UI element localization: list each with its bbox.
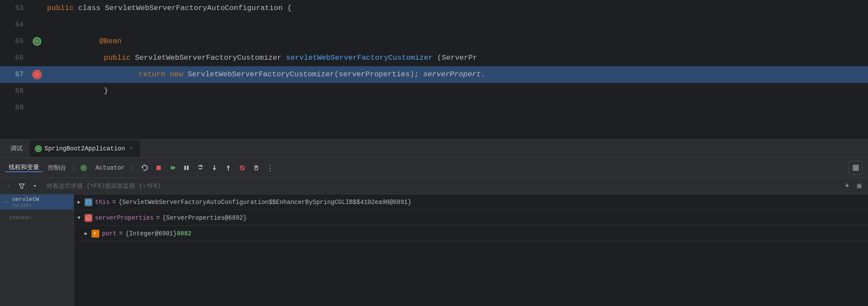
var-icon-port: f	[92, 230, 99, 238]
line-number-69: 69	[0, 104, 31, 112]
frame-label-1: servletW CGLIB$s	[12, 196, 39, 208]
debug-content: ↩ servletW CGLIB$s invoke:-	[0, 194, 868, 306]
filter-btn[interactable]	[17, 181, 27, 191]
frame-label-2: invoke:-	[9, 214, 36, 221]
svg-rect-26	[856, 168, 858, 170]
line-number-63: 63	[0, 4, 31, 12]
svg-rect-8	[187, 166, 189, 170]
line-content-66: public ServletWebServerFactoryCustomizer…	[44, 50, 868, 66]
code-line-68: 68 }	[0, 83, 868, 99]
filter-dropdown-btn[interactable]	[30, 181, 40, 191]
more-options-button[interactable]: ⋮	[264, 161, 277, 174]
variables-list: ▶ this = {ServletWebServerFactoryAutoCon…	[74, 194, 868, 306]
var-icon-serverprops: p	[85, 214, 92, 222]
code-line-64: 64	[0, 17, 868, 33]
svg-marker-12	[213, 168, 216, 170]
step-into-button[interactable]	[208, 161, 221, 174]
collapse-all-btn[interactable]: ·	[3, 181, 14, 191]
panel-resize-btn[interactable]	[849, 161, 863, 175]
tab-debug[interactable]: 调试	[5, 140, 28, 157]
stop-button[interactable]	[152, 161, 165, 174]
svg-marker-14	[227, 165, 230, 167]
var-value-this: {ServletWebServerFactoryAutoConfiguratio…	[119, 199, 411, 206]
toolbar-console[interactable]: 控制台	[44, 164, 70, 172]
tab-app-label: SpringBoot2Application	[44, 145, 125, 152]
line-number-67: 67	[0, 71, 31, 78]
settings-btn[interactable]	[854, 181, 865, 191]
toolbar-views: 线程和变量 控制台 Actuator	[5, 161, 134, 174]
springboot-app-icon	[35, 145, 42, 152]
code-editor: 63 public class ServletWebServerFactoryA…	[0, 0, 868, 139]
var-expand-this[interactable]: ▶	[78, 199, 85, 205]
eval-hint: 对表达式求值 (⌥F8)或添加监视 (⇧⌥F8)	[43, 182, 839, 190]
clear-button[interactable]	[250, 161, 263, 174]
debug-toolbar: 线程和变量 控制台 Actuator	[0, 158, 868, 178]
resume-button[interactable]	[166, 161, 179, 174]
var-icon-this	[85, 198, 92, 206]
line-content-63: public class ServletWebServerFactoryAuto…	[44, 0, 868, 17]
svg-rect-4	[156, 166, 161, 170]
svg-rect-23	[853, 165, 855, 167]
svg-point-3	[82, 167, 85, 169]
mute-breakpoints-button[interactable]	[236, 161, 249, 174]
var-name-serverprops: serverProperties	[95, 214, 153, 221]
svg-point-1	[37, 147, 40, 150]
var-row-port[interactable]: ▶ f port = {Integer@6901} 8082	[74, 226, 868, 241]
variables-panel: ▶ this = {ServletWebServerFactoryAutoCon…	[74, 194, 868, 306]
var-name-this: this	[95, 199, 110, 206]
code-line-66: 66 public ServletWebServerFactoryCustomi…	[0, 50, 868, 66]
code-line-69: 69	[0, 99, 868, 116]
frame-item-1[interactable]: ↩ servletW CGLIB$s	[0, 194, 74, 210]
actuator-group: Actuator	[77, 161, 128, 174]
svg-point-0	[35, 73, 39, 76]
svg-rect-25	[853, 168, 855, 170]
svg-marker-27	[19, 184, 24, 188]
rerun-button[interactable]	[138, 161, 151, 174]
svg-text:p: p	[87, 217, 89, 220]
frame-sublabel-1: CGLIB$s	[12, 203, 39, 208]
code-line-67: 67 return new ServletWebServerFactoryCus…	[0, 66, 868, 83]
breakpoint-arrow-icon	[33, 37, 41, 46]
line-number-65: 65	[0, 37, 31, 45]
var-value-port-num: 8082	[177, 230, 192, 237]
line-content-67: return new ServletWebServerFactoryCustom…	[44, 66, 868, 83]
breakpoint-red-icon	[32, 70, 42, 79]
svg-marker-28	[34, 185, 36, 187]
var-value-serverprops: {ServerProperties@6892}	[163, 214, 247, 221]
var-row-this[interactable]: ▶ this = {ServletWebServerFactoryAutoCon…	[74, 194, 868, 210]
step-out-button[interactable]	[222, 161, 235, 174]
debug-tab-bar: 调试 SpringBoot2Application ×	[0, 139, 868, 158]
toolbar-sep-2	[132, 163, 132, 172]
svg-point-29	[858, 185, 861, 187]
tab-springboot-app[interactable]: SpringBoot2Application ×	[30, 140, 140, 157]
svg-marker-6	[173, 166, 176, 170]
var-name-port: port	[102, 230, 117, 237]
svg-line-16	[241, 166, 244, 170]
add-watch-btn[interactable]: +	[842, 181, 852, 191]
pause-button[interactable]	[180, 161, 193, 174]
var-eq-serverprops: =	[156, 214, 159, 221]
var-eq-this: =	[112, 199, 116, 206]
svg-rect-24	[856, 165, 858, 167]
frame-name-2: invoke:-	[9, 214, 36, 221]
line-content-68: }	[44, 83, 868, 99]
toolbar-actuator[interactable]: Actuator	[92, 164, 128, 171]
var-eq-port: =	[119, 230, 123, 237]
var-row-serverprops[interactable]: ▼ p serverProperties = {ServerProperties…	[74, 210, 868, 226]
line-gutter-65	[31, 37, 44, 46]
toolbar-threads-vars[interactable]: 线程和变量	[5, 163, 43, 172]
tab-close-btn[interactable]: ×	[128, 145, 135, 152]
code-line-65: 65 @Bean	[0, 33, 868, 50]
line-number-64: 64	[0, 21, 31, 29]
code-line-63: 63 public class ServletWebServerFactoryA…	[0, 0, 868, 17]
svg-rect-18	[255, 167, 258, 170]
variables-filter-bar: · 对表达式求值 (⌥F8)或添加监视 (⇧⌥F8) +	[0, 178, 868, 194]
frame-name-1: servletW	[12, 196, 39, 203]
step-over-button[interactable]	[194, 161, 207, 174]
frame-item-2[interactable]: invoke:-	[0, 210, 74, 226]
toolbar-sep-1	[73, 163, 74, 172]
var-expand-serverprops[interactable]: ▼	[78, 215, 85, 221]
debug-tab-label: 调试	[10, 145, 23, 153]
var-expand-port[interactable]: ▶	[85, 231, 92, 236]
toolbar-action-buttons: ⋮	[138, 161, 277, 174]
